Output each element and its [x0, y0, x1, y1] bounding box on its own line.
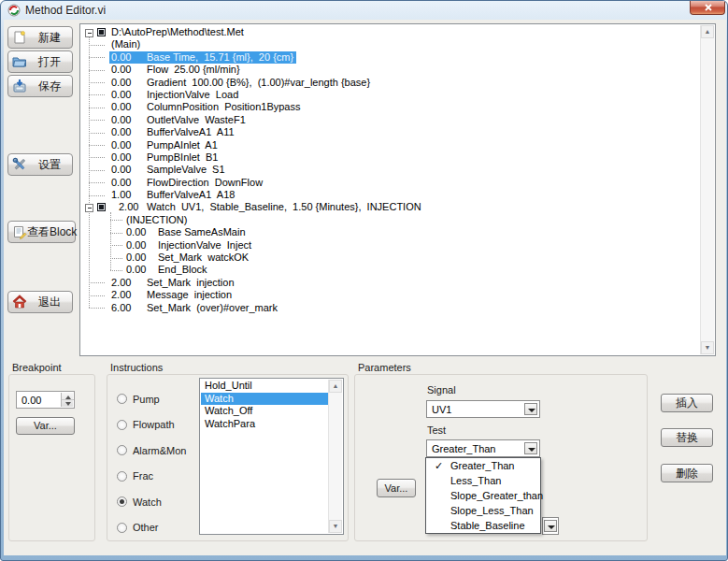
tree-row[interactable]: 2.00Message injection [80, 289, 700, 301]
tree-row-text: 0.00BufferValveA1 A11 [111, 126, 235, 138]
list-item[interactable]: Watch_Off [201, 405, 328, 418]
radio-flowpath[interactable]: Flowpath [117, 416, 186, 428]
radio-pump[interactable]: Pump [117, 390, 186, 402]
settings-button[interactable]: 设置 [7, 153, 73, 176]
collapse-icon[interactable] [85, 29, 93, 37]
test-dropdown-menu: ✓Greater_ThanLess_ThanSlope_Greater_than… [425, 457, 541, 534]
tree-row[interactable]: 0.00SampleValve S1 [80, 164, 700, 176]
tree-row[interactable]: 0.00OutletValve WasteF1 [80, 114, 700, 126]
save-button[interactable]: 保存 [7, 75, 73, 97]
signal-dropdown[interactable]: UV1 [426, 400, 540, 418]
tree-row-text: 0.00SampleValve S1 [111, 164, 225, 176]
list-item[interactable]: Hold_Until [201, 380, 328, 393]
list-item[interactable]: WatchPara [201, 418, 328, 431]
radio-icon [117, 445, 127, 455]
tree-row[interactable]: 1.00BufferValveA1 A18 [80, 189, 700, 201]
close-button[interactable] [690, 1, 725, 15]
save-icon [12, 79, 27, 94]
new-document-icon [12, 30, 27, 45]
list-item[interactable]: Watch [201, 393, 328, 406]
tree-row[interactable]: 0.00PumpAInlet A1 [80, 139, 700, 151]
tree-row-time: 0.00 [111, 151, 147, 164]
collapse-icon[interactable] [85, 204, 93, 212]
node-icon [97, 28, 106, 36]
tree-row-text: 0.00OutletValve WasteF1 [111, 114, 246, 126]
insert-button[interactable]: 插入 [661, 394, 713, 412]
tree-row-time: 2.00 [111, 277, 147, 289]
chevron-down-icon[interactable] [524, 442, 537, 454]
delete-button[interactable]: 删除 [661, 464, 713, 482]
scroll-up-icon[interactable]: ▲ [329, 380, 342, 393]
tree-row[interactable]: 0.00Gradient 100.00 {B%}, (1.00)#var_len… [80, 77, 700, 89]
tree-row[interactable]: 0.00Set_Mark watckOK [80, 252, 700, 264]
tree-row[interactable]: 0.00InjectionValve Inject [80, 239, 700, 252]
listbox-scrollbar[interactable]: ▲ ▼ [328, 380, 342, 533]
tree-row-text: 0.00InjectionValve Load [111, 89, 238, 101]
scroll-down-icon[interactable]: ▼ [329, 520, 342, 533]
tree-row-time: 0.00 [111, 89, 147, 101]
tree-row[interactable]: 0.00FlowDirection DownFlow [80, 177, 700, 189]
test-dropdown[interactable]: Greater_Than [426, 439, 540, 457]
tree-row[interactable]: 0.00End_Block [80, 264, 700, 276]
tree-row[interactable]: D:\AutoPrep\Method\test.Met [80, 26, 700, 38]
radio-label: Alarm&Mon [133, 445, 186, 456]
menu-item[interactable]: Slope_Less_Than [426, 503, 540, 518]
tree-row[interactable]: 0.00PumpBInlet B1 [80, 151, 700, 164]
new-button-label: 新建 [27, 30, 72, 46]
open-button[interactable]: 打开 [7, 50, 73, 73]
exit-home-icon [12, 295, 27, 309]
radio-watch[interactable]: Watch [117, 493, 186, 505]
tree-scrollbar[interactable]: ▲ ▼ [700, 25, 714, 354]
method-tree-panel: D:\AutoPrep\Method\test.Met(Main)0.00Bas… [79, 23, 716, 356]
radio-label: Frac [133, 470, 153, 482]
exit-button[interactable]: 退出 [7, 291, 73, 313]
tree-row[interactable]: 0.00BufferValveA1 A11 [80, 126, 700, 138]
scroll-down-icon[interactable]: ▼ [701, 341, 714, 354]
breakpoint-var-button[interactable]: Var... [16, 417, 75, 435]
chevron-down-icon[interactable] [544, 520, 557, 532]
tree-row-text: 2.00Set_Mark injection [111, 277, 235, 289]
tree-row-text: 1.00BufferValveA1 A18 [111, 189, 235, 201]
instruction-listbox[interactable]: Hold_UntilWatchWatch_OffWatchPara ▲ ▼ [199, 378, 344, 535]
radio-frac[interactable]: Frac [117, 468, 186, 480]
scroll-up-icon[interactable]: ▲ [701, 25, 714, 38]
new-button[interactable]: 新建 [7, 26, 73, 49]
tree-row[interactable]: 0.00Base Time, 15.71 {ml}, 20 {cm} [80, 51, 700, 64]
tree-row-time: 0.00 [111, 164, 147, 176]
app-icon [7, 4, 21, 17]
parameters-var-button[interactable]: Var... [377, 479, 416, 497]
tree-row-text: 0.00Set_Mark watckOK [126, 252, 249, 264]
title-bar[interactable]: Method Editor.vi [1, 1, 728, 20]
chevron-down-icon[interactable] [524, 403, 537, 415]
spinner-buttons[interactable] [61, 393, 73, 407]
tree-row-time: 0.00 [126, 239, 158, 252]
tree-row-text: 0.00Base SameAsMain [126, 226, 246, 238]
tree-row[interactable]: 0.00Base SameAsMain [80, 226, 700, 238]
replace-button[interactable]: 替换 [661, 428, 713, 447]
menu-item[interactable]: ✓Greater_Than [426, 458, 540, 473]
hidden-dropdown[interactable] [542, 517, 559, 535]
tree-row[interactable]: (Main) [80, 38, 700, 50]
tree-row[interactable]: 2.00Set_Mark injection [80, 277, 700, 289]
radio-label: Pump [133, 394, 160, 405]
menu-item[interactable]: Stable_Baseline [426, 518, 540, 533]
check-icon: ✓ [435, 458, 443, 473]
radio-other[interactable]: Other [117, 519, 186, 531]
breakpoint-spinner[interactable]: 0.00 [16, 391, 75, 409]
tree-row[interactable]: 2.00Watch UV1, Stable_Baseline, 1.50 {Mi… [80, 201, 700, 213]
tree-row[interactable]: 6.00Set_Mark (over)#over_mark [80, 302, 700, 314]
tree-row-time: 0.00 [111, 77, 147, 89]
close-icon [704, 3, 713, 12]
tree-row[interactable]: 0.00ColumnPosition Position1Bypass [80, 101, 700, 113]
view-block-button[interactable]: 查看Block [7, 221, 76, 243]
radio-alarmmon[interactable]: Alarm&Mon [117, 441, 186, 453]
spin-down-icon[interactable] [62, 399, 74, 407]
tree-row[interactable]: 0.00InjectionValve Load [80, 89, 700, 101]
tree-row[interactable]: 0.00Flow 25.00 {ml/min} [80, 64, 700, 76]
tree-row[interactable]: (INJECTION) [80, 214, 700, 226]
menu-item[interactable]: Less_Than [426, 473, 540, 488]
menu-item[interactable]: Slope_Greater_than [426, 488, 540, 503]
tree-row-text: 2.00Watch UV1, Stable_Baseline, 1.50 {Mi… [119, 201, 421, 213]
radio-icon [117, 471, 127, 482]
tree-row-text: 0.00Base Time, 15.71 {ml}, 20 {cm} [109, 51, 296, 64]
